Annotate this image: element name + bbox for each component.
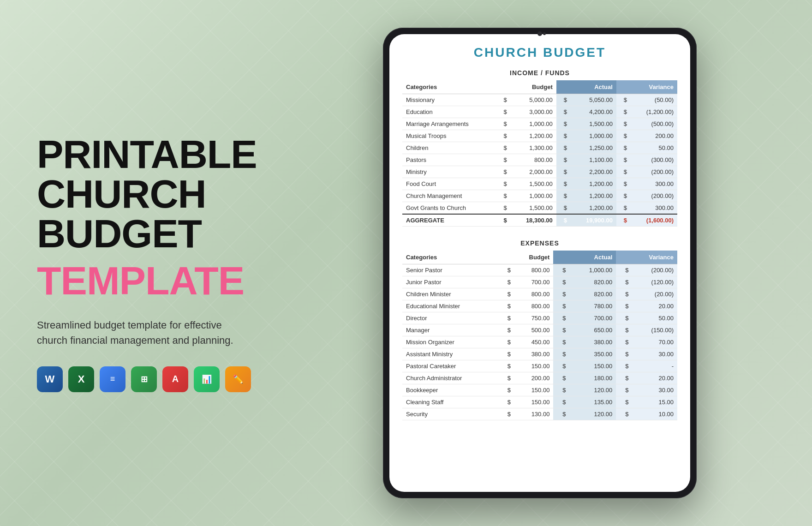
expenses-table-row: Church Administrator $ 200.00 $ 180.00 $… — [402, 372, 677, 384]
income-actual-value: 1,000.00 — [571, 130, 616, 142]
expenses-variance-dollar: $ — [616, 264, 632, 276]
income-variance-value: (200.00) — [631, 166, 677, 178]
expenses-actual-value: 650.00 — [570, 324, 616, 336]
expenses-variance-value: (150.00) — [632, 324, 677, 336]
expenses-variance-value: 70.00 — [632, 336, 677, 348]
aggregate-label: AGGREGATE — [402, 214, 496, 227]
expenses-actual-dollar: $ — [553, 336, 569, 348]
income-budget-value: 1,500.00 — [511, 202, 556, 215]
expenses-budget-dollar: $ — [498, 324, 514, 336]
expenses-variance-value: 50.00 — [632, 312, 677, 324]
income-variance-dollar: $ — [616, 154, 631, 166]
expenses-table-row: Pastoral Caretaker $ 150.00 $ 150.00 $ - — [402, 360, 677, 372]
income-actual-value: 4,200.00 — [571, 106, 616, 118]
income-variance-value: (200.00) — [631, 190, 677, 202]
expenses-category: Security — [402, 408, 498, 420]
expenses-table-header-row: Categories Budget Actual Variance — [402, 251, 677, 264]
income-budget-dollar: $ — [496, 178, 511, 190]
expenses-budget-dollar: $ — [498, 312, 514, 324]
expenses-budget-value: 700.00 — [514, 276, 553, 288]
income-actual-value: 1,500.00 — [571, 118, 616, 130]
expenses-table-row: Children Minister $ 800.00 $ 820.00 $ (2… — [402, 288, 677, 300]
income-col-actual: Actual — [556, 80, 616, 94]
tablet-wrapper: CHURCH BUDGET INCOME / FUNDS Categories … — [295, 28, 784, 498]
expenses-table: Categories Budget Actual Variance Senior… — [402, 251, 677, 420]
expenses-variance-value: - — [632, 360, 677, 372]
expenses-variance-dollar: $ — [616, 360, 632, 372]
expenses-actual-value: 820.00 — [570, 276, 616, 288]
expenses-actual-dollar: $ — [553, 372, 569, 384]
income-budget-dollar: $ — [496, 202, 511, 215]
income-variance-dollar: $ — [616, 190, 631, 202]
expenses-budget-dollar: $ — [498, 360, 514, 372]
title-line1: PRINTABLE — [37, 132, 257, 176]
expenses-category: Children Minister — [402, 288, 498, 300]
numbers-icon: 📊 — [194, 366, 220, 392]
expenses-category: Junior Pastor — [402, 276, 498, 288]
expenses-table-row: Bookkeeper $ 150.00 $ 120.00 $ 30.00 — [402, 384, 677, 396]
expenses-budget-value: 500.00 — [514, 324, 553, 336]
income-budget-dollar: $ — [496, 106, 511, 118]
income-budget-dollar: $ — [496, 154, 511, 166]
expenses-table-row: Senior Pastor $ 800.00 $ 1,000.00 $ (200… — [402, 264, 677, 276]
income-variance-dollar: $ — [616, 118, 631, 130]
expenses-variance-dollar: $ — [616, 300, 632, 312]
income-category: Children — [402, 142, 496, 154]
expenses-table-row: Manager $ 500.00 $ 650.00 $ (150.00) — [402, 324, 677, 336]
expenses-actual-value: 1,000.00 — [570, 264, 616, 276]
income-col-variance: Variance — [616, 80, 677, 94]
excel-icon: X — [68, 366, 94, 392]
income-variance-dollar: $ — [616, 202, 631, 215]
expenses-actual-value: 820.00 — [570, 288, 616, 300]
expenses-table-row: Assistant Ministry $ 380.00 $ 350.00 $ 3… — [402, 348, 677, 360]
google-docs-icon: ≡ — [100, 366, 125, 392]
tablet-screen[interactable]: CHURCH BUDGET INCOME / FUNDS Categories … — [389, 34, 690, 492]
income-category: Missionary — [402, 94, 496, 106]
expenses-budget-dollar: $ — [498, 408, 514, 420]
expenses-table-row: Cleaning Staff $ 150.00 $ 135.00 $ 15.00 — [402, 396, 677, 408]
expenses-variance-value: 20.00 — [632, 300, 677, 312]
expenses-budget-value: 800.00 — [514, 288, 553, 300]
income-aggregate-row: AGGREGATE $ 18,300.00 $ 19,900.00 $ (1,6… — [402, 214, 677, 227]
expenses-category: Bookkeeper — [402, 384, 498, 396]
expenses-actual-value: 120.00 — [570, 408, 616, 420]
income-budget-dollar: $ — [496, 142, 511, 154]
expenses-actual-value: 780.00 — [570, 300, 616, 312]
expenses-category: Assistant Ministry — [402, 348, 498, 360]
expenses-actual-value: 180.00 — [570, 372, 616, 384]
income-budget-value: 1,500.00 — [511, 178, 556, 190]
income-variance-value: 300.00 — [631, 202, 677, 215]
expenses-budget-value: 380.00 — [514, 348, 553, 360]
income-actual-value: 1,250.00 — [571, 142, 616, 154]
title-line3: BUDGET — [37, 211, 202, 256]
expenses-table-row: Director $ 750.00 $ 700.00 $ 50.00 — [402, 312, 677, 324]
expenses-variance-value: 30.00 — [632, 384, 677, 396]
income-actual-value: 1,200.00 — [571, 190, 616, 202]
background-wrapper: PRINTABLE CHURCH BUDGET TEMPLATE Streaml… — [0, 0, 812, 526]
income-actual-dollar: $ — [556, 94, 571, 106]
income-actual-value: 1,100.00 — [571, 154, 616, 166]
expenses-budget-value: 800.00 — [514, 300, 553, 312]
expenses-category: Senior Pastor — [402, 264, 498, 276]
expenses-actual-dollar: $ — [553, 324, 569, 336]
income-table-row: Govt Grants to Church $ 1,500.00 $ 1,200… — [402, 202, 677, 215]
income-variance-value: 50.00 — [631, 142, 677, 154]
expenses-budget-dollar: $ — [498, 288, 514, 300]
sheet-title: CHURCH BUDGET — [402, 45, 677, 60]
tablet-device: CHURCH BUDGET INCOME / FUNDS Categories … — [383, 28, 697, 498]
income-budget-value: 800.00 — [511, 154, 556, 166]
income-category: Musical Troops — [402, 130, 496, 142]
income-budget-dollar: $ — [496, 130, 511, 142]
aggregate-variance-dollar: $ — [616, 214, 631, 227]
income-actual-value: 1,200.00 — [571, 202, 616, 215]
income-actual-dollar: $ — [556, 154, 571, 166]
income-category: Govt Grants to Church — [402, 202, 496, 215]
income-table-row: Food Court $ 1,500.00 $ 1,200.00 $ 300.0… — [402, 178, 677, 190]
expenses-budget-dollar: $ — [498, 276, 514, 288]
main-title: PRINTABLE CHURCH BUDGET — [37, 134, 295, 253]
income-col-budget: Budget — [496, 80, 556, 94]
expenses-budget-value: 150.00 — [514, 396, 553, 408]
income-variance-dollar: $ — [616, 106, 631, 118]
income-actual-dollar: $ — [556, 142, 571, 154]
expenses-table-row: Educational Minister $ 800.00 $ 780.00 $… — [402, 300, 677, 312]
